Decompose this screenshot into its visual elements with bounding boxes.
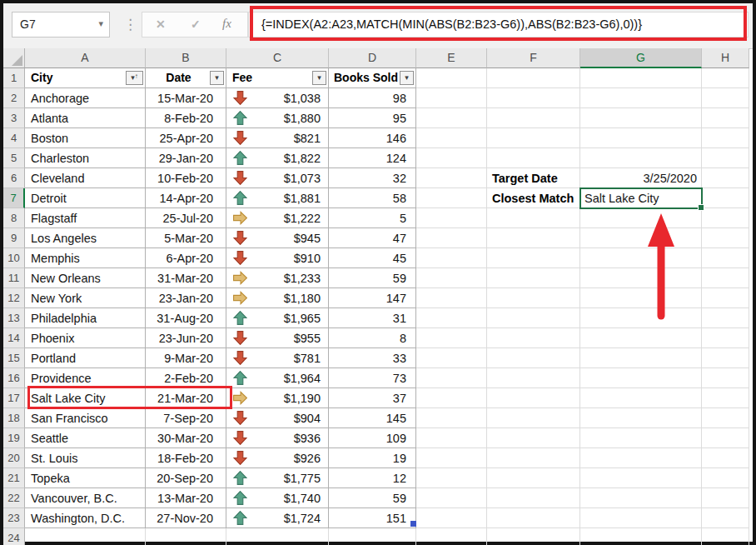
row-header-17[interactable]: 17 (3, 388, 25, 408)
insert-function-icon[interactable]: fx (222, 17, 231, 31)
cell-G4[interactable] (580, 128, 702, 148)
cell-E21[interactable] (416, 468, 487, 488)
name-box[interactable]: G7 ▾ (12, 12, 110, 38)
cell-date-21[interactable]: 20-Sep-20 (146, 468, 226, 488)
cell-D24[interactable] (329, 528, 416, 545)
column-header-f[interactable]: F (487, 48, 580, 68)
row-header-23[interactable]: 23 (3, 508, 25, 528)
cell-E5[interactable] (416, 148, 487, 168)
cell-books-6[interactable]: 32 (329, 168, 416, 188)
cell-F16[interactable] (487, 368, 580, 388)
cell-E19[interactable] (416, 428, 487, 448)
cell-city-3[interactable]: Atlanta (25, 108, 146, 128)
cell-city-23[interactable]: Washington, D.C. (25, 508, 146, 528)
row-header-7[interactable]: 7 (3, 188, 25, 208)
cell-C24[interactable] (226, 528, 329, 545)
cell-H5[interactable] (702, 148, 749, 168)
cell-city-9[interactable]: Los Angeles (25, 228, 146, 248)
date-filter-button[interactable]: ▾ (210, 71, 224, 85)
cell-city-15[interactable]: Portland (25, 348, 146, 368)
cell-F2[interactable] (487, 88, 580, 108)
cell-books-9[interactable]: 47 (329, 228, 416, 248)
cell-H3[interactable] (702, 108, 749, 128)
fee-filter-button[interactable]: ▾ (312, 71, 326, 85)
cell-city-21[interactable]: Topeka (25, 468, 146, 488)
cell-city-13[interactable]: Philadelphia (25, 308, 146, 328)
cell-H6[interactable] (702, 168, 749, 188)
cell-F10[interactable] (487, 248, 580, 268)
cell-E8[interactable] (416, 208, 487, 228)
row-header-21[interactable]: 21 (3, 468, 25, 488)
cell-city-7[interactable]: Detroit (25, 188, 146, 208)
cell-F1[interactable] (487, 68, 580, 88)
cell-E15[interactable] (416, 348, 487, 368)
name-box-dropdown-icon[interactable]: ▾ (98, 18, 103, 29)
row-header-20[interactable]: 20 (3, 448, 25, 468)
cell-H19[interactable] (702, 428, 749, 448)
cell-G10[interactable] (580, 248, 702, 268)
cell-city-18[interactable]: San Francisco (25, 408, 146, 428)
cell-books-12[interactable]: 147 (329, 288, 416, 308)
header-cell-books-sold[interactable]: Books Sold ▾ (329, 68, 416, 88)
cell-G13[interactable] (580, 308, 702, 328)
cell-E23[interactable] (416, 508, 487, 528)
cell-E14[interactable] (416, 328, 487, 348)
cell-books-23[interactable]: 151 (329, 508, 416, 528)
cell-F20[interactable] (487, 448, 580, 468)
cell-G3[interactable] (580, 108, 702, 128)
cell-date-6[interactable]: 10-Feb-20 (146, 168, 226, 188)
cell-date-22[interactable]: 13-Mar-20 (146, 488, 226, 508)
cell-books-11[interactable]: 59 (329, 268, 416, 288)
cell-books-4[interactable]: 146 (329, 128, 416, 148)
cell-G17[interactable] (580, 388, 702, 408)
cell-F22[interactable] (487, 488, 580, 508)
cell-F17[interactable] (487, 388, 580, 408)
cell-H18[interactable] (702, 408, 749, 428)
cell-E18[interactable] (416, 408, 487, 428)
cell-F19[interactable] (487, 428, 580, 448)
cell-books-8[interactable]: 5 (329, 208, 416, 228)
cell-E10[interactable] (416, 248, 487, 268)
cell-city-11[interactable]: New Orleans (25, 268, 146, 288)
row-header-14[interactable]: 14 (3, 328, 25, 348)
column-header-d[interactable]: D (329, 48, 416, 68)
row-header-15[interactable]: 15 (3, 348, 25, 368)
cell-E9[interactable] (416, 228, 487, 248)
cell-city-14[interactable]: Phoenix (25, 328, 146, 348)
cell-books-17[interactable]: 37 (329, 388, 416, 408)
cell-city-4[interactable]: Boston (25, 128, 146, 148)
cell-G14[interactable] (580, 328, 702, 348)
cell-G21[interactable] (580, 468, 702, 488)
cell-books-5[interactable]: 124 (329, 148, 416, 168)
cell-E2[interactable] (416, 88, 487, 108)
cell-H14[interactable] (702, 328, 749, 348)
cell-G8[interactable] (580, 208, 702, 228)
cell-books-19[interactable]: 109 (329, 428, 416, 448)
cell-H24[interactable] (702, 528, 749, 545)
cell-G11[interactable] (580, 268, 702, 288)
cell-E13[interactable] (416, 308, 487, 328)
cell-H2[interactable] (702, 88, 749, 108)
column-header-b[interactable]: B (146, 48, 226, 68)
cell-G16[interactable] (580, 368, 702, 388)
cell-E7[interactable] (416, 188, 487, 208)
cell-F18[interactable] (487, 408, 580, 428)
header-cell-city[interactable]: City ▾↑ (25, 68, 146, 88)
cell-date-3[interactable]: 8-Feb-20 (146, 108, 226, 128)
cell-date-8[interactable]: 25-Jul-20 (146, 208, 226, 228)
cell-G23[interactable] (580, 508, 702, 528)
cell-city-19[interactable]: Seattle (25, 428, 146, 448)
cell-city-6[interactable]: Cleveland (25, 168, 146, 188)
row-header-18[interactable]: 18 (3, 408, 25, 428)
cell-E12[interactable] (416, 288, 487, 308)
cell-books-20[interactable]: 19 (329, 448, 416, 468)
cell-F5[interactable] (487, 148, 580, 168)
cell-F23[interactable] (487, 508, 580, 528)
cell-date-18[interactable]: 7-Sep-20 (146, 408, 226, 428)
cell-E6[interactable] (416, 168, 487, 188)
selected-cell-g7[interactable]: Salt Lake City (579, 188, 703, 209)
cell-books-13[interactable]: 31 (329, 308, 416, 328)
cell-city-2[interactable]: Anchorage (25, 88, 146, 108)
header-cell-fee[interactable]: Fee ▾ (226, 68, 329, 88)
cell-date-5[interactable]: 29-Jan-20 (146, 148, 226, 168)
